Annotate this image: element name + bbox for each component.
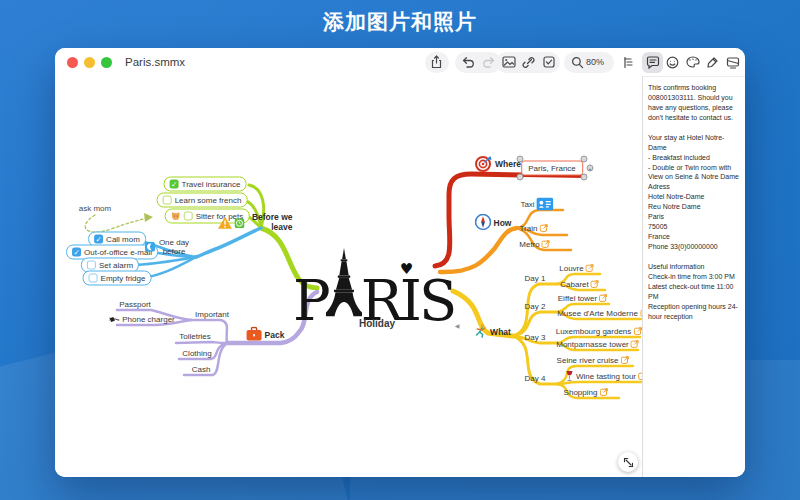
zoom-level[interactable]: 80% (586, 48, 604, 76)
warning-icon (218, 217, 233, 230)
node-passport[interactable]: Passport (119, 300, 151, 309)
selection-handle[interactable] (581, 156, 588, 163)
minimize-button[interactable] (84, 57, 95, 68)
node-toiletries[interactable]: Toiletries (179, 332, 211, 341)
node-learn-french[interactable]: Learn some french (157, 193, 248, 208)
node-cash[interactable]: Cash (192, 365, 211, 374)
search-button[interactable] (567, 52, 588, 73)
undo-icon (461, 56, 475, 68)
node-shopping[interactable]: Shopping (564, 388, 609, 397)
redo-button[interactable] (478, 52, 499, 73)
node-day3[interactable]: Day 3 (525, 333, 546, 342)
briefcase-icon (246, 327, 263, 342)
checkbox-checked-icon[interactable]: ✓ (72, 248, 81, 257)
checkbox-unchecked-icon[interactable] (163, 196, 172, 205)
node-eiffel-tower[interactable]: Eiffel tower (558, 294, 608, 303)
notes-panel: This confirms booking 008001303111. Shou… (642, 76, 745, 477)
annotation-ask-mom[interactable]: ask mom (79, 204, 111, 213)
node-taxi[interactable]: Taxi (520, 198, 553, 211)
titlebar: Paris.smmx 80% (55, 48, 745, 76)
resize-button[interactable] (618, 452, 638, 472)
share-button[interactable] (426, 52, 447, 73)
node-luxembourg[interactable]: Luxembourg gardens (556, 327, 643, 336)
close-button[interactable] (67, 57, 78, 68)
central-topic[interactable]: P RIS♥ (293, 241, 465, 325)
resize-arrows-icon (623, 457, 634, 468)
clock-icon (235, 218, 245, 228)
contact-card-icon (537, 198, 554, 211)
presentation-icon (726, 56, 740, 69)
node-phone-charger[interactable]: Phone charger (109, 315, 174, 324)
selection-handle[interactable] (517, 174, 524, 181)
notes-icon (646, 56, 660, 69)
compass-icon (475, 214, 492, 231)
notes-text[interactable]: This confirms booking 008001303111. Shou… (643, 77, 745, 328)
node-musee[interactable]: Musee d'Arte Moderne (557, 309, 649, 318)
central-subtitle: Holiday (359, 318, 395, 329)
presentation-button[interactable] (722, 52, 743, 73)
node-important[interactable]: Important (195, 310, 229, 319)
smiley-icon (666, 56, 679, 69)
selection-handle[interactable] (581, 174, 588, 181)
insert-checkbox-button[interactable] (538, 52, 559, 73)
checkbox-checked-icon[interactable]: ✓ (94, 235, 103, 244)
add-child-handle[interactable]: + (587, 165, 594, 172)
node-metro[interactable]: Metro (519, 240, 550, 249)
mindmap-canvas[interactable]: P RIS♥ Holiday ◀ ✓ Travel insurance Lear… (55, 76, 642, 477)
external-link-icon (586, 264, 595, 273)
checkbox-checked-icon[interactable]: ✓ (170, 180, 179, 189)
node-paris-france-selected[interactable]: Paris, France (521, 161, 583, 176)
heart-icon: ♥ (400, 263, 413, 276)
page-title: 添加图片和照片 (0, 8, 800, 36)
node-seine-cruise[interactable]: Seine river cruise (557, 356, 630, 365)
insert-link-button[interactable] (518, 52, 539, 73)
notes-button[interactable] (642, 52, 663, 73)
node-where[interactable]: Where (475, 155, 521, 173)
outline-button[interactable] (618, 52, 639, 73)
checkbox-unchecked-icon[interactable] (89, 274, 98, 283)
pen-icon (706, 56, 719, 69)
node-day2[interactable]: Day 2 (525, 302, 546, 311)
node-before-we-leave[interactable]: Before we leave (218, 213, 293, 233)
collapse-indicator-icon: ◀ (455, 322, 460, 329)
link-icon (522, 56, 535, 69)
node-travel-insurance[interactable]: ✓ Travel insurance (164, 177, 247, 192)
selection-handle[interactable] (517, 156, 524, 163)
insert-image-button[interactable] (498, 52, 519, 73)
central-letter-p: P (293, 276, 328, 325)
target-icon (475, 155, 493, 173)
node-empty-fridge[interactable]: Empty fridge (83, 271, 152, 286)
edit-button[interactable] (702, 52, 723, 73)
node-montparnasse[interactable]: Montparnasse tower (556, 340, 639, 349)
app-window: Paris.smmx 80% (55, 48, 745, 477)
fullscreen-button[interactable] (101, 57, 112, 68)
checkbox-unchecked-icon[interactable] (184, 212, 193, 221)
external-link-icon (591, 280, 600, 289)
outline-icon (622, 56, 635, 69)
node-one-day-before[interactable]: One day before (145, 238, 191, 256)
share-icon (430, 55, 443, 69)
node-louvre[interactable]: Louvre (559, 264, 594, 273)
external-link-icon (633, 327, 642, 336)
window-title: Paris.smmx (125, 48, 185, 76)
image-icon (502, 56, 516, 68)
phone-charger-icon (109, 315, 120, 324)
node-pack[interactable]: Pack (246, 327, 285, 342)
external-link-icon (599, 294, 608, 303)
undo-button[interactable] (457, 52, 478, 73)
eiffel-tower-image (325, 247, 363, 323)
palette-icon (686, 56, 700, 68)
node-train[interactable]: Train (520, 224, 549, 233)
external-link-icon (542, 240, 551, 249)
node-cabaret[interactable]: Cabaret (560, 280, 599, 289)
node-day1[interactable]: Day 1 (525, 274, 546, 283)
style-button[interactable] (682, 52, 703, 73)
node-day4[interactable]: Day 4 (525, 374, 546, 383)
node-wine-tasting[interactable]: Wine tasting tour (565, 371, 647, 382)
emoji-button[interactable] (662, 52, 683, 73)
wine-glass-icon (565, 371, 574, 382)
node-how[interactable]: How (475, 214, 512, 231)
node-clothing[interactable]: Clothing (182, 349, 211, 358)
node-what[interactable]: What (473, 324, 511, 339)
checkbox-unchecked-icon[interactable] (87, 261, 96, 270)
